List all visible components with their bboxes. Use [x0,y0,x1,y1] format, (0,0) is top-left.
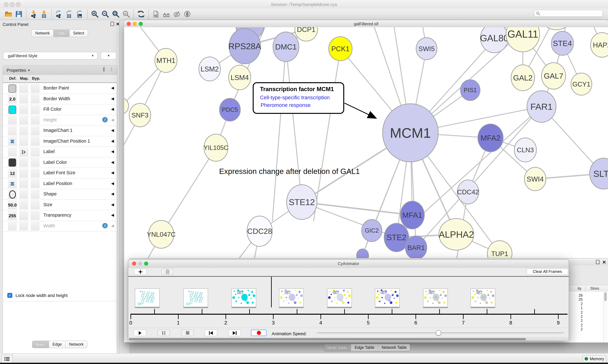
network-edge[interactable] [286,47,302,202]
network-window-titlebar[interactable]: galFiltered.sif [124,20,608,27]
cyanimator-titlebar[interactable]: CyAnimator [128,260,569,268]
import-table-icon[interactable] [39,9,49,19]
timeline-scrollbar[interactable] [128,338,569,341]
tab-style[interactable]: Style [54,30,70,37]
stop-button[interactable] [181,329,194,336]
scrollbar-thumb[interactable] [129,338,526,340]
expand-property-icon[interactable]: ◀ [111,223,114,228]
refresh-icon[interactable] [136,9,146,19]
frame-thumbnail-4[interactable] [327,288,352,307]
column-divider[interactable] [585,286,585,291]
hide-icon[interactable] [172,9,182,19]
frame-thumbnail-2[interactable] [232,288,256,307]
frame-thumbnail-3[interactable] [279,288,304,307]
skip-end-button[interactable] [228,329,241,336]
zoom-out-icon[interactable] [100,9,111,19]
frame-thumbnail-1[interactable] [183,288,208,307]
expand-property-icon[interactable]: ◀ [111,192,114,196]
export-network-icon[interactable] [54,9,64,19]
tab-edge[interactable]: Edge [49,341,66,348]
property-row-border-width[interactable]: 2.0Border Width◀ [3,93,117,104]
network-edge[interactable] [314,49,340,221]
expand-property-icon[interactable]: ◀ [111,170,114,175]
expand-property-icon[interactable]: ◀ [111,213,114,217]
property-row-label-font-size[interactable]: 12Label Font Size◀ [3,168,117,179]
tab-network-style[interactable]: Network [66,341,87,348]
expand-property-icon[interactable]: ◀ [111,160,114,164]
playhead[interactable] [271,277,272,307]
task-history-button[interactable] [1,354,13,363]
tab-node[interactable]: Node [32,341,49,348]
clear-all-frames-button[interactable]: Clear All Frames [527,269,568,275]
lock-size-checkbox[interactable]: ✓ [7,293,12,298]
skip-start-button[interactable] [205,329,217,336]
column-ity[interactable]: ity [573,286,581,291]
pause-button[interactable] [157,329,170,336]
expand-property-icon[interactable]: ◀ [111,107,114,111]
property-row-size[interactable]: 50.0Size◀ [3,199,117,210]
tab-network-table[interactable]: Network Table [378,344,410,351]
annotation-link-1[interactable]: Cell-type-specific transcription [260,95,330,101]
zoom-fit-icon[interactable] [111,9,121,19]
add-frame-button[interactable] [134,269,147,275]
float-panel-icon[interactable] [111,22,114,26]
expand-property-icon[interactable]: ◀ [111,149,114,154]
network-snapshot-icon[interactable] [151,9,161,19]
tab-select[interactable]: Select [70,30,88,37]
frame-thumbnail-0[interactable] [135,288,160,307]
speed-slider-thumb[interactable] [436,330,441,336]
collapse-all-icon[interactable]: ∧∧ [110,67,112,71]
expand-property-icon[interactable]: ◀ [111,181,114,185]
show-icon[interactable] [182,9,193,19]
close-panel-icon[interactable]: ✕ [602,260,606,264]
network-edge[interactable] [161,148,216,234]
network-node-topY[interactable] [539,27,574,30]
find-icon[interactable] [161,9,172,19]
export-table-icon[interactable] [64,9,75,19]
network-edge[interactable] [272,47,286,221]
expand-property-icon[interactable]: ◀ [111,128,114,132]
expand-property-icon[interactable]: ◀ [111,86,114,90]
property-row-fill-color[interactable]: Fill Color◀ [3,104,117,115]
style-selector[interactable]: galFiltered Style ▼ [3,52,97,59]
open-session-icon[interactable] [3,9,14,19]
scrollbar-thumb[interactable] [604,292,607,301]
property-row-image-chart-position-1[interactable]: Image/Chart Position 1◀ [3,136,117,147]
annotation-box[interactable]: Transcription factor MCM1 Cell-type-spec… [253,82,344,114]
property-row-height[interactable]: Heighti◀ [3,115,117,126]
properties-header[interactable]: Properties ▾ ∨∨ ∧∧ [3,65,117,75]
info-icon[interactable]: i [102,117,108,122]
memory-button[interactable]: Memory [583,355,606,363]
info-icon[interactable]: i [102,223,108,228]
property-row-label[interactable]: Label◀ [3,146,117,157]
float-panel-icon[interactable] [596,260,599,264]
timeline[interactable]: 0123456789 Seconds [128,277,569,328]
frame-thumbnail-7[interactable] [470,288,495,307]
property-row-width[interactable]: Widthi◀ [3,221,117,232]
property-row-transparency[interactable]: 255Transparency◀ [3,210,117,221]
zoom-selected-icon[interactable] [121,9,131,19]
zoom-in-icon[interactable] [90,9,100,19]
search-input[interactable] [540,11,598,16]
expand-all-icon[interactable]: ∨∨ [103,67,105,71]
frame-thumbnail-6[interactable] [423,288,448,307]
record-button[interactable] [251,329,267,336]
style-options-button[interactable]: ▼ [101,52,117,59]
search-box[interactable] [534,10,603,17]
property-row-border-paint[interactable]: Border Paint◀ [3,83,117,94]
close-panel-icon[interactable]: ✕ [116,23,120,26]
expand-property-icon[interactable]: ◀ [111,202,114,207]
table-scrollbar[interactable] [603,292,607,342]
frame-thumbnail-5[interactable] [375,288,400,307]
property-row-label-color[interactable]: Label Color◀ [3,157,117,168]
column-stress[interactable]: Stres [590,286,599,291]
export-image-icon[interactable] [75,9,85,19]
tab-edge-table[interactable]: Edge Table [351,344,378,351]
delete-frame-button[interactable] [161,269,174,275]
expand-property-icon[interactable]: ◀ [111,96,114,101]
expand-property-icon[interactable]: ◀ [111,117,114,122]
save-session-icon[interactable] [14,9,24,19]
tab-network[interactable]: Network [32,30,54,37]
property-row-label-position[interactable]: Label Position◀ [3,178,117,189]
import-network-icon[interactable] [28,9,39,19]
